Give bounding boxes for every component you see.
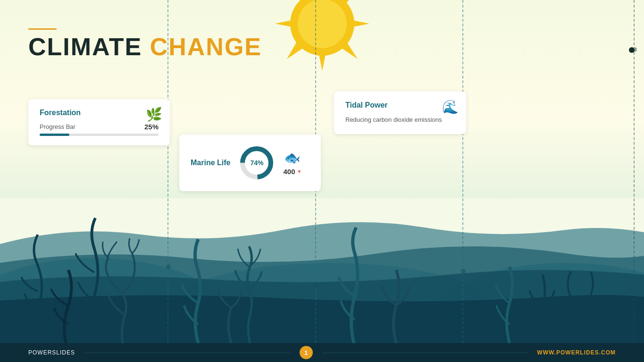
forestation-title: Forestation <box>40 109 159 117</box>
progress-percentage: 25% <box>144 123 159 131</box>
title-climate: CLIMATE <box>28 33 150 60</box>
footer-url: WWW.POWERLIDES.COM <box>537 349 616 356</box>
footer-brand-slides: SLIDES <box>52 349 75 356</box>
donut-chart: 74% <box>238 144 276 182</box>
fish-icon: 🐟 <box>284 150 301 166</box>
footer-divider-right <box>322 353 528 353</box>
dashed-line-4 <box>634 0 635 362</box>
svg-point-9 <box>298 0 347 48</box>
fish-count-area: 🐟 400 ▼ <box>283 150 301 176</box>
corner-dot <box>629 47 635 53</box>
ocean-scene <box>0 140 644 343</box>
tidal-title: Tidal Power <box>345 101 455 109</box>
main-title: CLIMATE CHANGE <box>28 28 262 60</box>
progress-bar-fill <box>40 134 69 136</box>
fish-count: 400 ▼ <box>283 168 301 176</box>
tidal-icon: 🌊 <box>442 99 459 115</box>
dashed-line-3 <box>462 0 463 362</box>
progress-bar-background <box>40 134 159 136</box>
forestation-icon: 🌿 <box>146 107 162 122</box>
marine-content-row: Marine Life 74% 🐟 400 ▼ <box>191 144 309 182</box>
footer-page-number: 1 <box>300 346 313 359</box>
tidal-power-card: 🌊 Tidal Power Reducing carbon dioxide em… <box>334 92 466 134</box>
marine-title: Marine Life <box>191 159 230 167</box>
line-dot-3 <box>461 269 466 274</box>
footer-brand: POWERSLIDES <box>28 349 75 356</box>
progress-row: Progress Bar 25% <box>40 123 159 131</box>
donut-percentage: 74% <box>250 159 263 167</box>
arrow-down-icon: ▼ <box>297 169 302 174</box>
title-change: CHANGE <box>150 33 262 60</box>
forestation-card: 🌿 Forestation Progress Bar 25% <box>28 99 170 145</box>
line-dot-2 <box>314 283 318 288</box>
title-accent-line <box>28 28 57 30</box>
footer-brand-power: POWER <box>28 349 52 356</box>
marine-life-card: Marine Life 74% 🐟 400 ▼ <box>179 135 321 191</box>
progress-label: Progress Bar <box>40 123 75 130</box>
footer-divider-left <box>84 353 290 353</box>
tidal-description: Reducing carbon dioxide emissions <box>345 115 455 125</box>
sun-decoration <box>270 0 374 76</box>
line-dot-1 <box>166 264 171 269</box>
footer: POWERSLIDES 1 WWW.POWERLIDES.COM <box>0 343 644 362</box>
